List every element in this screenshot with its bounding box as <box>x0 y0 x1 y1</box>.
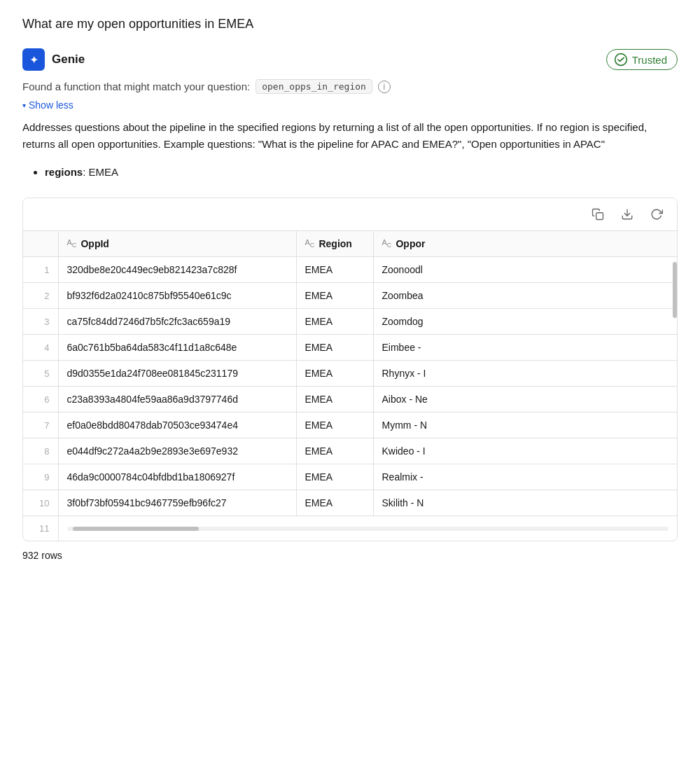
table-row: 3 ca75fc84dd7246d7b5fc2fc3ac659a19 EMEA … <box>23 309 677 335</box>
cell-region: EMEA <box>296 309 373 335</box>
cell-rownum: 8 <box>23 438 58 464</box>
cell-region: EMEA <box>296 335 373 361</box>
table-body: 1 320dbe8e20c449ec9eb821423a7c828f EMEA … <box>23 257 677 541</box>
cell-oppid: 320dbe8e20c449ec9eb821423a7c828f <box>58 257 296 283</box>
cell-opporname: Zoomdog <box>373 309 677 335</box>
col-type-icon-region: AC <box>305 238 315 249</box>
cell-rownum: 4 <box>23 335 58 361</box>
table-row: 2 bf932f6d2a02410c875bf95540e61c9c EMEA … <box>23 283 677 309</box>
download-icon <box>621 208 634 221</box>
col-type-icon-opporname: AC <box>382 238 392 249</box>
function-line: Found a function that might match your q… <box>22 79 678 94</box>
page-question: What are my open opportunities in EMEA <box>22 17 678 32</box>
table-row: 1 320dbe8e20c449ec9eb821423a7c828f EMEA … <box>23 257 677 283</box>
cell-region: EMEA <box>296 464 373 490</box>
description-text: Addresses questions about the pipeline i… <box>22 119 678 153</box>
cell-rownum: 6 <box>23 387 58 413</box>
chevron-down-icon: ▾ <box>22 102 26 109</box>
cell-region: EMEA <box>296 413 373 438</box>
show-less-button[interactable]: ▾ Show less <box>22 99 74 111</box>
function-found-text: Found a function that might match your q… <box>22 81 250 92</box>
cell-region: EMEA <box>296 387 373 413</box>
cell-opporname: Eimbee - <box>373 335 677 361</box>
scrollbar-cell <box>58 516 677 541</box>
copy-button[interactable] <box>589 205 607 223</box>
trusted-label: Trusted <box>632 54 667 66</box>
cell-opporname: Skilith - N <box>373 490 677 516</box>
trusted-badge: Trusted <box>606 49 678 70</box>
cell-rownum: 1 <box>23 257 58 283</box>
info-icon[interactable]: i <box>378 81 391 93</box>
genie-name: Genie <box>52 53 85 67</box>
refresh-icon <box>650 208 663 221</box>
col-type-icon-oppid: AC <box>67 238 77 249</box>
cell-region: EMEA <box>296 490 373 516</box>
cell-opporname: Mymm - N <box>373 413 677 438</box>
cell-opporname: Rhynyx - I <box>373 361 677 387</box>
params-list: regions: EMEA <box>45 164 678 181</box>
param-value: EMEA <box>89 166 119 178</box>
cell-rownum: 7 <box>23 413 58 438</box>
table-toolbar <box>23 198 677 231</box>
cell-opporname: Zoonoodl <box>373 257 677 283</box>
table-row: 6 c23a8393a4804fe59aa86a9d3797746d EMEA … <box>23 387 677 413</box>
rows-count: 932 rows <box>22 550 678 561</box>
scrollbar-rownum: 11 <box>23 516 58 541</box>
cell-rownum: 2 <box>23 283 58 309</box>
table-row: 4 6a0c761b5ba64da583c4f11d1a8c648e EMEA … <box>23 335 677 361</box>
cell-rownum: 10 <box>23 490 58 516</box>
cell-opporname: Realmix - <box>373 464 677 490</box>
table-wrapper: AC OppId AC Region AC <box>23 231 677 541</box>
col-header-opporname[interactable]: AC Oppor <box>373 231 677 257</box>
cell-region: EMEA <box>296 361 373 387</box>
genie-container: ✦ Genie Trusted Found a function that mi… <box>22 48 678 561</box>
cell-opporname: Aibox - Ne <box>373 387 677 413</box>
download-button[interactable] <box>618 205 636 223</box>
cell-oppid: ef0a0e8bdd80478dab70503ce93474e4 <box>58 413 296 438</box>
col-header-rownum <box>23 231 58 257</box>
cell-opporname: Zoombea <box>373 283 677 309</box>
cell-region: EMEA <box>296 283 373 309</box>
genie-icon: ✦ <box>22 48 45 71</box>
genie-left: ✦ Genie <box>22 48 85 71</box>
genie-header: ✦ Genie Trusted <box>22 48 678 71</box>
table-row: 7 ef0a0e8bdd80478dab70503ce93474e4 EMEA … <box>23 413 677 438</box>
svg-rect-1 <box>596 213 603 220</box>
param-name: regions <box>45 166 83 178</box>
cell-oppid: ca75fc84dd7246d7b5fc2fc3ac659a19 <box>58 309 296 335</box>
table-row: 10 3f0bf73bf05941bc9467759efb96fc27 EMEA… <box>23 490 677 516</box>
copy-icon <box>592 208 604 221</box>
cell-oppid: d9d0355e1da24f708ee081845c231179 <box>58 361 296 387</box>
table-row: 8 e044df9c272a4a2b9e2893e3e697e932 EMEA … <box>23 438 677 464</box>
function-tag: open_opps_in_region <box>255 79 372 94</box>
table-header-row: AC OppId AC Region AC <box>23 231 677 257</box>
refresh-button[interactable] <box>648 205 666 223</box>
cell-oppid: e044df9c272a4a2b9e2893e3e697e932 <box>58 438 296 464</box>
data-table: AC OppId AC Region AC <box>23 231 677 541</box>
cell-oppid: bf932f6d2a02410c875bf95540e61c9c <box>58 283 296 309</box>
table-container: AC OppId AC Region AC <box>22 198 678 541</box>
col-label-oppid: OppId <box>80 238 108 249</box>
param-item: regions: EMEA <box>45 164 678 181</box>
col-label-region: Region <box>318 238 351 249</box>
cell-region: EMEA <box>296 257 373 283</box>
cell-oppid: 6a0c761b5ba64da583c4f11d1a8c648e <box>58 335 296 361</box>
table-row: 9 46da9c0000784c04bfdbd1ba1806927f EMEA … <box>23 464 677 490</box>
cell-oppid: 3f0bf73bf05941bc9467759efb96fc27 <box>58 490 296 516</box>
col-label-opporname: Oppor <box>396 238 425 249</box>
cell-rownum: 5 <box>23 361 58 387</box>
cell-oppid: 46da9c0000784c04bfdbd1ba1806927f <box>58 464 296 490</box>
cell-rownum: 3 <box>23 309 58 335</box>
cell-oppid: c23a8393a4804fe59aa86a9d3797746d <box>58 387 296 413</box>
scroll-indicator <box>673 262 677 318</box>
col-header-region[interactable]: AC Region <box>296 231 373 257</box>
cell-opporname: Kwideo - I <box>373 438 677 464</box>
table-row: 5 d9d0355e1da24f708ee081845c231179 EMEA … <box>23 361 677 387</box>
checkmark-circle-icon <box>614 53 628 67</box>
show-less-label: Show less <box>29 99 74 111</box>
col-header-oppid[interactable]: AC OppId <box>58 231 296 257</box>
table-row: 11 <box>23 516 677 541</box>
cell-rownum: 9 <box>23 464 58 490</box>
cell-region: EMEA <box>296 438 373 464</box>
